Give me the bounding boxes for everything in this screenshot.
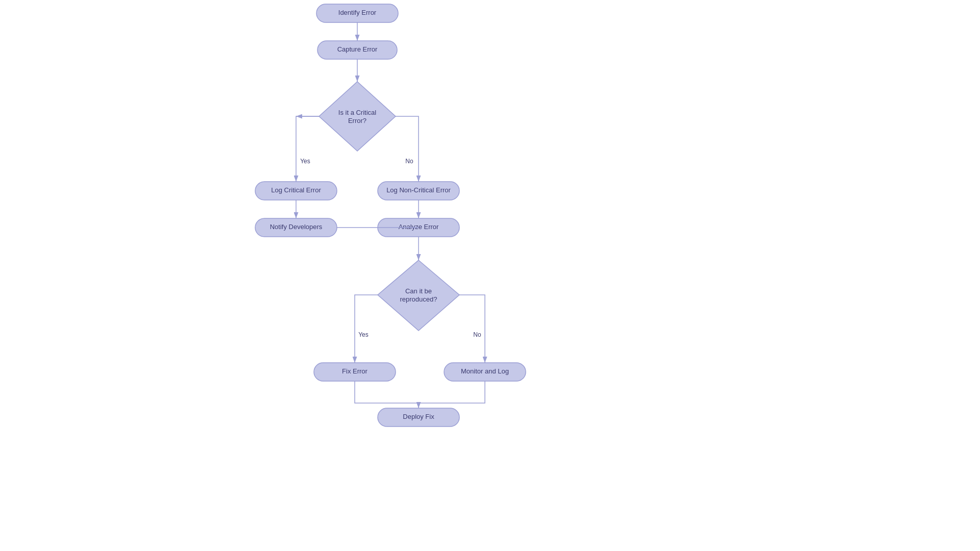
notify-developers-label: Notify Developers — [270, 223, 323, 231]
log-non-critical-label: Log Non-Critical Error — [386, 186, 451, 194]
no-label-reproduce: No — [473, 331, 481, 338]
yes-label-reproduce: Yes — [358, 331, 369, 338]
can-reproduce-line1: Can it be — [405, 287, 432, 295]
can-reproduce-line2: reproduced? — [400, 295, 437, 303]
deploy-fix-label: Deploy Fix — [403, 413, 434, 420]
arrow-fix-to-deploy — [355, 381, 419, 408]
arrow-critical-no — [396, 116, 419, 182]
capture-error-label: Capture Error — [337, 45, 378, 53]
flowchart-container: Identify Error Capture Error Is it a Cri… — [0, 0, 980, 551]
log-critical-label: Log Critical Error — [271, 186, 321, 194]
no-label-critical: No — [405, 158, 413, 165]
yes-label-critical: Yes — [300, 158, 310, 165]
analyze-error-label: Analyze Error — [399, 223, 439, 231]
identify-error-label: Identify Error — [338, 9, 377, 16]
arrow-reproduce-yes — [355, 295, 378, 363]
monitor-log-label: Monitor and Log — [461, 367, 509, 375]
arrow-reproduce-no — [459, 295, 485, 363]
arrow-monitor-to-deploy — [419, 381, 485, 403]
fix-error-label: Fix Error — [342, 367, 368, 375]
is-critical-line1: Is it a Critical — [338, 109, 377, 116]
is-critical-line2: Error? — [348, 117, 366, 124]
arrow-critical-yes — [296, 116, 319, 182]
